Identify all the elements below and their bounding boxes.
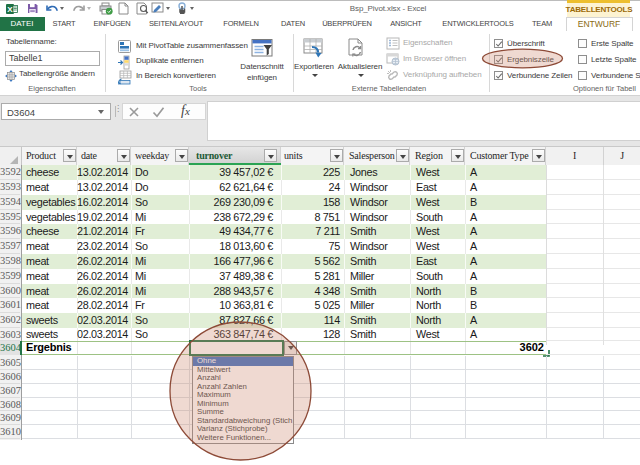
svg-text:X: X <box>7 5 13 14</box>
